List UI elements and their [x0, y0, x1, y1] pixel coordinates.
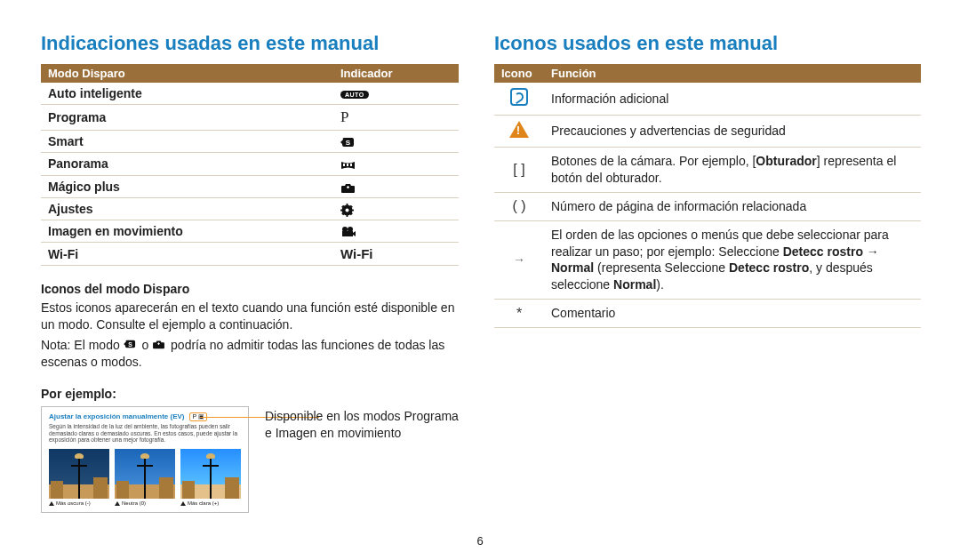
- svg-rect-18: [342, 231, 353, 236]
- mode-label: Auto inteligente: [41, 83, 333, 105]
- gear-icon: [340, 204, 356, 216]
- icon-function: Número de página de información relacion…: [544, 192, 921, 220]
- icon-function: Información adicional: [544, 83, 921, 116]
- brackets-icon: [ ]: [494, 148, 544, 193]
- example-cap: Más clara (+): [180, 500, 241, 507]
- shooting-mode-table: Modo Disparo Indicador Auto inteligente …: [41, 64, 459, 266]
- table-row: ( ) Número de página de información rela…: [494, 192, 921, 220]
- page-number: 6: [0, 534, 960, 548]
- icon-function: Comentario: [544, 300, 921, 328]
- svg-rect-9: [347, 214, 348, 217]
- example-title: Ajustar la exposición manualmente (EV): [49, 412, 184, 420]
- manual-icons-table: Icono Función Información adicional Prec…: [494, 64, 921, 328]
- info-icon: [510, 88, 528, 106]
- example-subhead: Por ejemplo:: [41, 387, 459, 401]
- table-row: Programa P: [41, 105, 459, 131]
- th-icon: Icono: [494, 64, 544, 83]
- th-function: Función: [544, 64, 921, 83]
- th-indicator: Indicador: [333, 64, 459, 83]
- example-cap: Neutra (0): [115, 500, 175, 507]
- svg-rect-8: [347, 204, 348, 206]
- example-desc: Según la intensidad de la luz del ambien…: [49, 423, 241, 443]
- svg-rect-1: [343, 164, 345, 166]
- table-row: [ ] Botones de la cámara. Por ejemplo, […: [494, 148, 921, 193]
- asterisk-icon: *: [494, 300, 544, 328]
- table-row: Smart S: [41, 131, 459, 153]
- example-thumb-neutral: [115, 449, 175, 499]
- svg-text:S: S: [128, 341, 132, 348]
- magic-plus-icon: [152, 339, 167, 351]
- smart-s-icon: S: [124, 339, 139, 351]
- mode-label: Mágico plus: [41, 175, 333, 197]
- wifi-text-icon: Wi-Fi: [340, 246, 373, 261]
- svg-point-7: [346, 209, 349, 212]
- svg-rect-21: [158, 343, 159, 346]
- example-thumb-bright: [180, 449, 241, 499]
- icon-function: Botones de la cámara. Por ejemplo, [Obtu…: [544, 148, 921, 193]
- table-row: Información adicional: [494, 83, 921, 116]
- example-thumbnail-box: Ajustar la exposición manualmente (EV) P…: [41, 406, 249, 512]
- shooting-icons-para2: Nota: El modo S o podría no admitir toda…: [41, 337, 459, 371]
- magic-plus-icon: [340, 181, 356, 194]
- table-row: Ajustes: [41, 197, 459, 220]
- shooting-icons-para1: Estos iconos aparecerán en el texto cuan…: [41, 300, 459, 333]
- th-mode: Modo Disparo: [41, 64, 333, 83]
- table-row: Precauciones y advertencias de seguridad: [494, 116, 921, 148]
- table-row: Panorama: [41, 153, 459, 175]
- mode-label: Ajustes: [41, 197, 333, 220]
- table-row: Mágico plus: [41, 175, 459, 197]
- table-row: → El orden de las opciones o menús que d…: [494, 220, 921, 300]
- warning-icon: [509, 121, 529, 138]
- right-section-title: Iconos usados en este manual: [494, 32, 921, 55]
- auto-pill-icon: AUTO: [340, 91, 369, 99]
- svg-text:S: S: [346, 139, 351, 147]
- svg-rect-2: [347, 164, 348, 166]
- mode-label: Smart: [41, 131, 333, 153]
- left-section-title: Indicaciones usadas en este manual: [41, 32, 459, 55]
- smart-s-icon: S: [340, 136, 356, 148]
- panorama-icon: [340, 159, 356, 172]
- letter-p-icon: P: [340, 108, 348, 125]
- example-thumb-dark: [49, 449, 109, 499]
- svg-rect-5: [348, 186, 348, 188]
- shooting-icons-subhead: Iconos del modo Disparo: [41, 282, 459, 296]
- mode-label: Imagen en movimiento: [41, 220, 333, 243]
- table-row: Auto inteligente AUTO: [41, 83, 459, 105]
- example-side-note: Disponible en los modos Programa e Image…: [265, 406, 459, 512]
- arrow-icon: →: [494, 220, 544, 300]
- svg-rect-3: [350, 164, 352, 166]
- table-row: Imagen en movimiento: [41, 220, 459, 243]
- mode-label: Panorama: [41, 153, 333, 175]
- icon-function: Precauciones y advertencias de seguridad: [544, 116, 921, 148]
- svg-rect-11: [351, 210, 354, 212]
- mode-label: Programa: [41, 105, 333, 131]
- table-row: Wi-Fi Wi-Fi: [41, 243, 459, 266]
- icon-function: El orden de las opciones o menús que deb…: [544, 220, 921, 300]
- example-cap: Más oscura (-): [49, 500, 109, 507]
- table-row: * Comentario: [494, 300, 921, 328]
- movie-icon: [340, 226, 356, 238]
- svg-rect-10: [340, 210, 343, 212]
- parens-icon: ( ): [494, 192, 544, 220]
- mode-label: Wi-Fi: [41, 243, 333, 266]
